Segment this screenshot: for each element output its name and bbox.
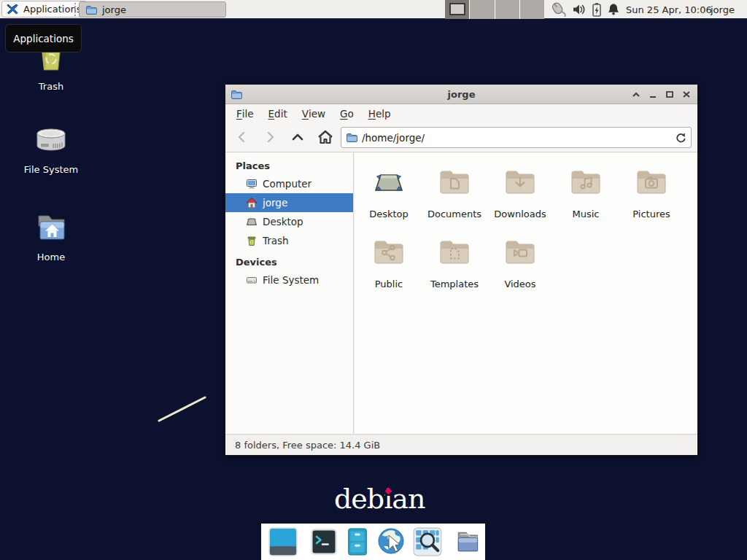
taskbar-window-button[interactable]: jorge (79, 1, 226, 18)
bottom-dock (261, 524, 485, 560)
drive-icon (246, 274, 258, 286)
public-folder-icon (371, 234, 406, 272)
folder-icon[interactable] (453, 527, 482, 556)
downloads-folder-icon (503, 164, 538, 202)
battery-charging-icon[interactable] (591, 2, 603, 18)
desktop-icon-label: File System (24, 164, 78, 175)
videos-folder-icon (503, 234, 538, 272)
file-item-pictures[interactable]: Pictures (619, 164, 684, 234)
forward-button[interactable] (259, 126, 281, 148)
applications-tooltip: Applications (5, 24, 82, 52)
taskbar-window-label: jorge (102, 4, 126, 15)
sidebar-item-filesystem[interactable]: File System (225, 271, 353, 289)
trash-icon (246, 235, 258, 246)
menu-go[interactable]: Go (333, 104, 361, 122)
file-label: Templates (430, 279, 479, 289)
close-button[interactable] (678, 86, 694, 103)
window-title: jorge (225, 89, 697, 100)
sidebar-item-label: Trash (263, 235, 289, 246)
file-item-downloads[interactable]: Downloads (487, 164, 553, 234)
pictures-folder-icon (634, 164, 669, 202)
path-input[interactable] (362, 132, 675, 144)
places-sidebar: Places Computer (225, 152, 354, 434)
home-button[interactable] (314, 126, 336, 148)
menu-edit[interactable]: Edit (261, 104, 295, 122)
shade-button[interactable] (627, 86, 644, 103)
mouse-icon[interactable] (549, 1, 568, 18)
top-panel: Applications jorge (0, 0, 747, 19)
sidebar-item-computer[interactable]: Computer (225, 174, 353, 193)
system-tray (547, 0, 622, 19)
location-bar[interactable] (341, 127, 692, 148)
templates-folder-icon (437, 234, 472, 272)
folder-icon (85, 4, 97, 15)
file-label: Music (573, 209, 600, 219)
reload-icon[interactable] (675, 132, 686, 144)
status-bar: 8 folders, Free space: 14.4 GiB (225, 434, 697, 455)
file-item-documents[interactable]: Documents (422, 164, 487, 234)
file-label: Documents (427, 209, 481, 219)
menu-bar: File Edit View Go Help (225, 104, 697, 122)
web-browser-globe-icon[interactable] (376, 526, 407, 557)
file-label: Pictures (632, 209, 670, 219)
xfce-logo-icon (7, 3, 19, 15)
sidebar-header-devices: Devices (225, 253, 353, 271)
minimize-button[interactable] (644, 86, 661, 103)
desktop-icon-home[interactable]: Home (15, 211, 88, 262)
desktop-icon-label: Home (37, 252, 65, 262)
file-label: Downloads (494, 209, 546, 219)
documents-folder-icon (437, 164, 472, 202)
workspace-1[interactable] (445, 0, 469, 19)
menu-help[interactable]: Help (361, 104, 398, 122)
panel-username: jorge (711, 0, 735, 19)
music-folder-icon (568, 164, 603, 202)
panel-separator-handle (74, 3, 77, 16)
volume-icon[interactable] (572, 3, 587, 16)
applications-menu-label: Applications (23, 4, 81, 15)
terminal-icon[interactable] (309, 527, 338, 556)
file-item-desktop[interactable]: Desktop (356, 164, 422, 234)
desktop-icon-filesystem[interactable]: File System (15, 124, 88, 175)
filesystem-drive-icon (32, 124, 70, 160)
folder-icon (346, 132, 357, 143)
menu-file[interactable]: File (229, 104, 261, 122)
titlebar-buttons (627, 85, 694, 104)
file-cabinet-icon[interactable] (344, 526, 371, 557)
file-item-public[interactable]: Public (356, 234, 422, 304)
sidebar-header-places: Places (225, 157, 353, 174)
file-item-templates[interactable]: Templates (422, 234, 487, 304)
workspace-3[interactable] (495, 0, 519, 19)
toolbar (225, 122, 697, 152)
menu-view[interactable]: View (295, 104, 333, 122)
file-label: Public (375, 279, 403, 289)
sidebar-item-desktop[interactable]: Desktop (225, 212, 353, 231)
app-finder-icon[interactable] (412, 526, 443, 557)
workspace-2[interactable] (470, 0, 494, 19)
window-folder-icon (231, 89, 242, 100)
back-button[interactable] (231, 126, 253, 148)
sidebar-item-jorge[interactable]: jorge (225, 193, 353, 212)
debian-logo-text: debian (334, 483, 425, 515)
panel-clock[interactable]: Sun 25 Apr, 10:06 (626, 0, 712, 19)
desktop-icon (246, 216, 258, 228)
workspace-switcher (445, 0, 544, 19)
sidebar-item-label: File System (263, 274, 319, 286)
sidebar-item-label: Computer (263, 178, 311, 190)
show-desktop-icon[interactable] (267, 526, 299, 557)
workspace-window-preview (449, 3, 465, 15)
sidebar-item-label: Desktop (263, 216, 303, 228)
stray-line (153, 392, 212, 426)
up-button[interactable] (287, 126, 309, 148)
desktop-icon-label: Trash (39, 81, 63, 92)
debian-logo: debian (334, 483, 425, 515)
sidebar-item-trash[interactable]: Trash (225, 231, 353, 250)
file-grid: Desktop Documents (355, 152, 697, 434)
notifications-bell-icon[interactable] (607, 2, 620, 17)
file-item-videos[interactable]: Videos (487, 234, 553, 304)
file-item-music[interactable]: Music (553, 164, 619, 234)
computer-icon (246, 178, 258, 190)
maximize-button[interactable] (661, 86, 678, 103)
file-manager-window: jorge File Edit View Go Help (225, 84, 698, 456)
window-titlebar[interactable]: jorge (225, 85, 697, 104)
workspace-4[interactable] (520, 0, 544, 19)
